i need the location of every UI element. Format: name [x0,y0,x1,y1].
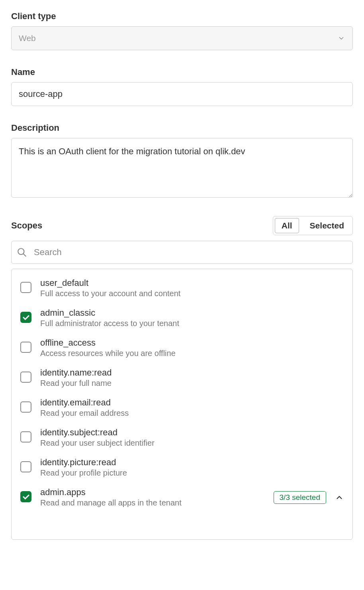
description-textarea[interactable] [11,138,353,198]
scope-item: identity.picture:readRead your profile p… [12,452,352,482]
filter-all-button[interactable]: All [275,218,299,233]
scope-checkbox[interactable] [20,491,31,502]
scope-item: identity.name:readRead your full name [12,363,352,393]
scope-item: identity.subject:readRead your user subj… [12,423,352,452]
scope-name: user_default [40,278,344,288]
scope-text: identity.name:readRead your full name [40,368,344,388]
scope-name: offline_access [40,338,344,348]
scope-desc: Read and manage all apps in the tenant [40,498,265,507]
scope-text: identity.subject:readRead your user subj… [40,427,344,448]
svg-line-1 [23,254,26,256]
name-label: Name [11,67,353,77]
scope-text: identity.email:readRead your email addre… [40,397,344,418]
scope-checkbox[interactable] [20,431,31,442]
scope-checkbox[interactable] [20,461,31,472]
scope-checkbox[interactable] [20,342,31,353]
scope-name: identity.name:read [40,368,344,378]
description-label: Description [11,123,353,133]
scope-item: offline_accessAccess resources while you… [12,333,352,363]
scopes-label: Scopes [11,220,42,231]
scope-text: admin_classicFull administrator access t… [40,308,344,328]
scopes-list[interactable]: user_defaultFull access to your account … [12,269,352,539]
selected-count-badge: 3/3 selected [274,491,326,504]
scope-desc: Full access to your account and content [40,289,344,298]
scope-desc: Read your profile picture [40,468,344,478]
scope-name: identity.email:read [40,397,344,408]
filter-selected-button[interactable]: Selected [303,218,351,233]
chevron-up-icon[interactable] [335,493,344,502]
scope-name: admin_classic [40,308,344,318]
scope-desc: Read your user subject identifier [40,439,344,448]
scope-item: identity.email:readRead your email addre… [12,393,352,423]
scopes-search-input[interactable] [11,241,353,264]
scope-right: 3/3 selected [274,491,344,504]
scope-checkbox[interactable] [20,282,31,293]
scope-checkbox[interactable] [20,312,31,323]
scope-text: user_defaultFull access to your account … [40,278,344,298]
scope-text: admin.appsRead and manage all apps in th… [40,487,265,507]
name-input[interactable] [11,82,353,106]
scope-desc: Read your full name [40,379,344,388]
scope-item: admin.appsRead and manage all apps in th… [12,482,352,512]
scope-checkbox[interactable] [20,401,31,413]
client-type-label: Client type [11,11,353,22]
scope-checkbox[interactable] [20,372,31,383]
scope-name: identity.subject:read [40,427,344,438]
scope-desc: Access resources while you are offline [40,349,344,358]
search-icon [17,247,27,258]
client-type-select[interactable] [11,26,353,50]
scope-desc: Full administrator access to your tenant [40,319,344,328]
scope-text: offline_accessAccess resources while you… [40,338,344,358]
scope-text: identity.picture:readRead your profile p… [40,457,344,478]
scope-name: admin.apps [40,487,265,498]
scope-desc: Read your email address [40,409,344,418]
scope-item: admin_classicFull administrator access t… [12,303,352,333]
scope-item: user_defaultFull access to your account … [12,273,352,303]
scope-name: identity.picture:read [40,457,344,468]
